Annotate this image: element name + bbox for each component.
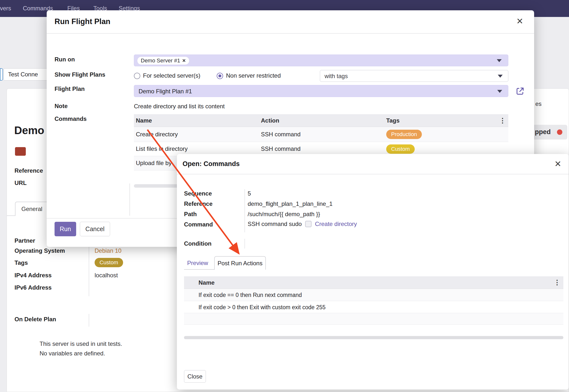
url-label: URL — [14, 180, 27, 186]
reference-label: Reference — [184, 200, 213, 207]
cell-action: SSH command — [261, 131, 300, 138]
field-column-divider2 — [89, 314, 89, 327]
remove-tag-icon[interactable]: ✕ — [182, 58, 186, 63]
run-button[interactable]: Run — [55, 222, 76, 236]
cell-name: If exit code > 0 then Exit with custom e… — [199, 304, 326, 311]
server-tag-chip: Demo Server #1 ✕ — [137, 56, 189, 65]
color-swatch[interactable] — [15, 147, 26, 156]
tag-custom-badge[interactable]: Custom — [95, 258, 123, 267]
modal-header-divider — [47, 33, 534, 34]
sudo-checkbox[interactable] — [305, 221, 312, 227]
col-name[interactable]: Name — [136, 117, 152, 124]
modal-title: Run Flight Plan — [55, 17, 110, 26]
flight-plan-select[interactable]: Demo Flight Plan #1 — [134, 85, 508, 97]
command-link[interactable]: Create directory — [315, 221, 357, 227]
nav-item-servers[interactable]: rvers — [0, 5, 11, 12]
tab-post-run-actions-label: Post Run Actions — [218, 260, 263, 267]
sequence-label: Sequence — [184, 190, 212, 197]
run-on-input[interactable]: Demo Server #1 ✕ — [134, 55, 508, 66]
radio-selected-servers[interactable] — [134, 73, 140, 79]
new-button-fragment[interactable] — [0, 68, 3, 81]
table-header-row: Name Action Tags ⋮ — [134, 114, 508, 127]
plan-description: Create directory and list its content — [134, 103, 225, 110]
modal-title: Open: Commands — [183, 160, 240, 168]
run-on-label: Run on — [55, 56, 75, 63]
cell-name: If exit code == 0 then Run next command — [199, 292, 302, 298]
command-value: SSH command sudo — [248, 221, 302, 227]
os-value[interactable]: Debian 10 — [95, 247, 121, 254]
table-row-empty — [184, 313, 563, 325]
close-icon[interactable]: ✕ — [516, 16, 524, 26]
condition-label: Condition — [184, 240, 212, 247]
tab-general-label: General — [21, 206, 42, 212]
tabbar-line — [184, 269, 214, 270]
tab-preview-label: Preview — [187, 260, 208, 266]
record-title: Demo — [14, 124, 44, 137]
radio-non-server-restricted-label[interactable]: Non server restricted — [226, 72, 281, 79]
commands-label: Commands — [55, 115, 87, 122]
ipv4-value: localhost — [95, 272, 118, 279]
server-tag-label: Demo Server #1 — [141, 57, 180, 64]
tags-filter-select[interactable]: with tags — [320, 70, 508, 82]
show-flight-plans-label: Show Flight Plans — [55, 71, 105, 78]
flight-plan-value: Demo Flight Plan #1 — [139, 88, 192, 95]
label-value-divider2 — [244, 239, 245, 249]
production-badge: Production — [386, 130, 422, 139]
tab-preview[interactable]: Preview — [184, 256, 211, 269]
cell-name: Create directory — [136, 131, 178, 138]
cancel-button[interactable]: Cancel — [80, 222, 110, 236]
table-row[interactable]: If exit code > 0 then Exit with custom e… — [184, 301, 563, 313]
table-row[interactable]: If exit code == 0 then Run next command — [184, 289, 563, 301]
radio-non-server-restricted[interactable] — [217, 73, 223, 79]
screen: rvers Commands Files Tools Settings Test… — [0, 0, 569, 392]
note-label: Note — [55, 103, 68, 110]
test-connection-label: Test Conne — [8, 71, 38, 78]
external-link-icon[interactable] — [515, 86, 525, 96]
chevron-down-icon — [498, 75, 503, 78]
status-dot-icon — [557, 129, 562, 135]
col-tags[interactable]: Tags — [386, 117, 399, 124]
tags-label: Tags — [14, 259, 28, 266]
on-delete-plan-label: On Delete Plan — [14, 316, 56, 323]
col-action[interactable]: Action — [261, 117, 279, 124]
radio-selected-servers-label[interactable]: For selected server(s) — [143, 72, 200, 79]
post-run-actions-table: Name ⋮ If exit code == 0 then Run next c… — [184, 276, 563, 325]
horizontal-scrollbar[interactable] — [184, 336, 563, 339]
optional-columns-icon[interactable]: ⋮ — [554, 279, 560, 286]
partner-label: Partner — [14, 237, 35, 244]
tags-filter-value: with tags — [325, 73, 348, 80]
reference-label: Reference — [14, 167, 43, 174]
sequence-value: 5 — [248, 190, 251, 197]
table-row[interactable]: Create directory SSH command Production — [134, 127, 508, 142]
custom-badge: Custom — [386, 144, 415, 154]
chevron-down-icon — [497, 59, 502, 62]
close-button[interactable]: Close — [184, 370, 206, 383]
pane-divider — [129, 183, 130, 216]
test-connection-button[interactable]: Test Conne — [3, 68, 53, 81]
os-label: Operating System — [14, 247, 65, 254]
variables-note: No variables are defined. — [40, 350, 105, 357]
tab-post-run-actions[interactable]: Post Run Actions — [214, 256, 266, 270]
table-header-row: Name ⋮ — [184, 276, 563, 289]
reference-value: demo_flight_plan_1_plan_line_1 — [248, 200, 333, 207]
cell-name: List files in directory — [136, 145, 188, 152]
chatter-fragment: es — [535, 100, 541, 107]
ipv4-label: IPv4 Address — [14, 272, 52, 279]
chevron-down-icon — [497, 90, 502, 93]
label-value-divider — [244, 189, 245, 232]
path-value: /such/much/{{ demo_path }} — [248, 211, 320, 218]
modal-header-divider — [177, 174, 569, 174]
cell-action: SSH command — [261, 145, 300, 152]
close-icon[interactable]: ✕ — [555, 159, 562, 169]
path-label: Path — [184, 211, 197, 218]
open-commands-modal: Open: Commands ✕ Sequence Reference Path… — [177, 154, 569, 390]
col-name[interactable]: Name — [199, 279, 214, 286]
command-label: Command — [184, 221, 213, 228]
command-row: SSH command sudo Create directory — [248, 221, 357, 227]
flight-plan-label: Flight Plan — [55, 85, 85, 92]
status-label: pped — [535, 128, 551, 136]
cell-name: Upload file by — [136, 160, 171, 167]
optional-columns-icon[interactable]: ⋮ — [499, 117, 506, 125]
unit-test-note: This server is used in unit tests. — [40, 340, 122, 347]
ipv6-label: IPv6 Address — [14, 284, 52, 291]
